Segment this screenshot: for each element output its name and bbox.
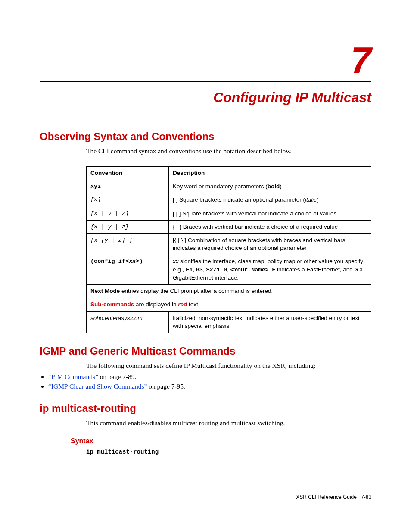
table-row: [x] [ ] Square brackets indicate an opti… — [87, 193, 371, 207]
col-head-convention: Convention — [87, 166, 169, 180]
code-g3: G3 — [196, 267, 203, 273]
text: , — [193, 266, 196, 273]
table-row: Next Mode entries display the CLI prompt… — [87, 285, 371, 298]
bold-word: Next Mode — [90, 288, 120, 294]
desc-braces-xyz: { | } Braces with vertical bar indicate … — [169, 220, 371, 233]
chapter-title: Configuring IP Multicast — [40, 90, 371, 106]
conv-soho: soho.enterasys.com — [87, 311, 169, 333]
conv-brackets-x: [x] — [87, 193, 169, 207]
desc-soho: Italicized, non-syntactic text indicates… — [169, 311, 371, 333]
text: [ ] Square brackets indicate an optional… — [173, 196, 305, 203]
bold-word: bold — [268, 183, 280, 190]
xx-var: xx — [173, 258, 179, 264]
conv-braces-xyz: {x | y | z} — [87, 220, 169, 233]
red-bold-word: Sub-commands — [90, 301, 134, 308]
text: Key word or mandatory parameters ( — [173, 183, 268, 190]
list-item: “PIM Commands” on page 7-89. — [48, 373, 371, 381]
table-row: (config-if<xx>) xx signifies the interfa… — [87, 255, 371, 285]
footer-page-number: 7-83 — [361, 494, 371, 500]
table-row: [x | y | z] [ | ] Square brackets with v… — [87, 207, 371, 220]
chapter-number: 7 — [40, 41, 371, 78]
link-pim-commands[interactable]: “PIM Commands” — [48, 373, 98, 380]
code-your-name: <Your Name> — [230, 267, 269, 273]
page-footer: XSR CLI Reference Guide 7-83 — [296, 494, 371, 500]
text: on page 7-95. — [147, 383, 185, 390]
text: entries display the CLI prompt after a c… — [120, 288, 273, 294]
section-heading-syntax-conventions: Observing Syntax and Conventions — [40, 131, 371, 143]
conv-brackets-braces: [x {y | z} ] — [87, 234, 169, 255]
desc-xyz: Key word or mandatory parameters (bold) — [169, 180, 371, 193]
desc-config-if: xx signifies the interface, class map, p… — [169, 255, 371, 285]
header-rule — [40, 81, 371, 82]
text: on page 7-89. — [98, 373, 137, 380]
syntax-code: ip multicast-routing — [86, 448, 371, 455]
next-mode-note: Next Mode entries display the CLI prompt… — [87, 285, 371, 298]
conv-xyz: xyz — [87, 180, 169, 193]
text: are displayed in — [134, 301, 178, 308]
italic-word: italic — [305, 196, 317, 203]
conv-brackets-xyz: [x | y | z] — [87, 207, 169, 220]
syntax-heading: Syntax — [71, 437, 371, 445]
table-header-row: Convention Description — [87, 166, 371, 180]
text: , — [227, 266, 230, 273]
text: ) — [317, 196, 319, 203]
code-g: G — [354, 267, 358, 273]
table-row: [x {y | z} ] [{ | } ] Combination of squ… — [87, 234, 371, 255]
table-row: soho.enterasys.com Italicized, non-synta… — [87, 311, 371, 333]
table-row: xyz Key word or mandatory parameters (bo… — [87, 180, 371, 193]
desc-brackets-x: [ ] Square brackets indicate an optional… — [169, 193, 371, 207]
link-igmp-clear-show[interactable]: “IGMP Clear and Show Commands” — [48, 383, 147, 390]
section2-intro: The following command sets define IP Mul… — [86, 361, 371, 370]
section-heading-ip-multicast-routing: ip multicast-routing — [40, 402, 371, 414]
text: (config-if< — [90, 258, 129, 264]
desc-brackets-braces: [{ | } ] Combination of square brackets … — [169, 234, 371, 255]
document-page: 7 Configuring IP Multicast Observing Syn… — [0, 0, 411, 532]
conventions-table: Convention Description xyz Key word or m… — [86, 166, 371, 333]
xx-var: xx — [129, 258, 136, 264]
table-row: {x | y | z} { | } Braces with vertical b… — [87, 220, 371, 233]
section-heading-igmp: IGMP and Generic Multicast Commands — [40, 345, 371, 357]
sub-commands-note: Sub-commands are displayed in red text. — [87, 298, 371, 311]
col-head-description: Description — [169, 166, 371, 180]
section2-links-list: “PIM Commands” on page 7-89. “IGMP Clear… — [40, 373, 371, 390]
text: ) — [280, 183, 282, 190]
text: text. — [187, 301, 199, 308]
footer-guide-name: XSR CLI Reference Guide — [296, 494, 357, 500]
red-bold-italic-word: red — [178, 301, 187, 308]
section3-intro: This command enables/disables multicast … — [86, 419, 371, 428]
conv-config-if: (config-if<xx>) — [87, 255, 169, 285]
text: >) — [136, 258, 143, 264]
section1-intro: The CLI command syntax and conventions u… — [86, 147, 371, 156]
text: indicates a FastEthernet, and — [275, 266, 354, 273]
desc-brackets-xyz: [ | ] Square brackets with vertical bar … — [169, 207, 371, 220]
code-f1: F1 — [186, 267, 193, 273]
table-row: Sub-commands are displayed in red text. — [87, 298, 371, 311]
list-item: “IGMP Clear and Show Commands” on page 7… — [48, 383, 371, 390]
code-s2: S2/1.0 — [206, 267, 227, 273]
